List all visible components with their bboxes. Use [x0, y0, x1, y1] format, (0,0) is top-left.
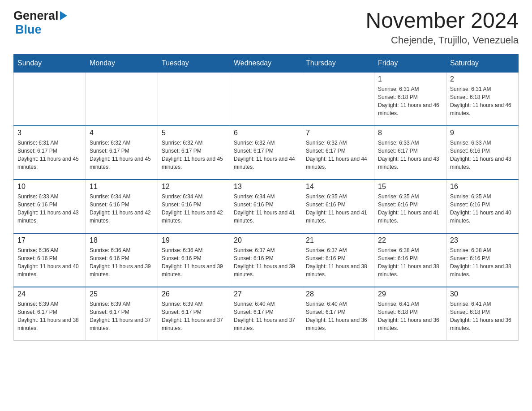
calendar-cell: 10Sunrise: 6:33 AM Sunset: 6:16 PM Dayli…: [14, 180, 86, 233]
day-info: Sunrise: 6:38 AM Sunset: 6:16 PM Dayligh…: [450, 246, 515, 278]
day-info: Sunrise: 6:40 AM Sunset: 6:17 PM Dayligh…: [234, 300, 298, 332]
calendar-cell: 9Sunrise: 6:33 AM Sunset: 6:16 PM Daylig…: [446, 126, 519, 180]
page-subtitle: Chejende, Trujillo, Venezuela: [365, 34, 519, 46]
day-number: 25: [90, 290, 154, 298]
day-info: Sunrise: 6:38 AM Sunset: 6:16 PM Dayligh…: [378, 246, 442, 278]
day-number: 18: [90, 236, 154, 244]
calendar-cell: 2Sunrise: 6:31 AM Sunset: 6:18 PM Daylig…: [446, 72, 519, 126]
day-info: Sunrise: 6:37 AM Sunset: 6:16 PM Dayligh…: [306, 246, 370, 278]
calendar-header-wednesday: Wednesday: [230, 54, 302, 72]
calendar-cell: 8Sunrise: 6:33 AM Sunset: 6:17 PM Daylig…: [374, 126, 446, 180]
day-number: 15: [378, 183, 442, 191]
day-number: 8: [378, 129, 442, 137]
day-number: 4: [90, 129, 154, 137]
calendar-cell: 18Sunrise: 6:36 AM Sunset: 6:16 PM Dayli…: [86, 233, 158, 287]
calendar-cell: 21Sunrise: 6:37 AM Sunset: 6:16 PM Dayli…: [302, 233, 374, 287]
day-number: 7: [306, 129, 370, 137]
logo-arrow-icon: [60, 11, 67, 22]
calendar-cell: 19Sunrise: 6:36 AM Sunset: 6:16 PM Dayli…: [158, 233, 230, 287]
day-info: Sunrise: 6:33 AM Sunset: 6:16 PM Dayligh…: [17, 193, 82, 225]
calendar-cell: 4Sunrise: 6:32 AM Sunset: 6:17 PM Daylig…: [86, 126, 158, 180]
day-info: Sunrise: 6:32 AM Sunset: 6:17 PM Dayligh…: [162, 139, 226, 171]
calendar-header-sunday: Sunday: [14, 54, 86, 72]
day-info: Sunrise: 6:39 AM Sunset: 6:17 PM Dayligh…: [17, 300, 82, 332]
calendar-header-tuesday: Tuesday: [158, 54, 230, 72]
day-number: 12: [162, 183, 226, 191]
calendar-cell: 14Sunrise: 6:35 AM Sunset: 6:16 PM Dayli…: [302, 180, 374, 233]
logo: General Blue: [13, 9, 67, 37]
day-number: 2: [450, 75, 515, 83]
calendar-header-thursday: Thursday: [302, 54, 374, 72]
calendar-week-row: 17Sunrise: 6:36 AM Sunset: 6:16 PM Dayli…: [14, 233, 519, 287]
logo-general-text: General: [13, 9, 59, 23]
day-info: Sunrise: 6:33 AM Sunset: 6:16 PM Dayligh…: [450, 139, 515, 171]
day-number: 11: [90, 183, 154, 191]
day-number: 28: [306, 290, 370, 298]
day-number: 10: [17, 183, 82, 191]
calendar-cell: 12Sunrise: 6:34 AM Sunset: 6:16 PM Dayli…: [158, 180, 230, 233]
calendar-cell: 16Sunrise: 6:35 AM Sunset: 6:16 PM Dayli…: [446, 180, 519, 233]
day-info: Sunrise: 6:37 AM Sunset: 6:16 PM Dayligh…: [234, 246, 298, 278]
day-info: Sunrise: 6:36 AM Sunset: 6:16 PM Dayligh…: [162, 246, 226, 278]
day-info: Sunrise: 6:33 AM Sunset: 6:17 PM Dayligh…: [378, 139, 442, 171]
calendar-cell: [14, 72, 86, 126]
calendar-week-row: 1Sunrise: 6:31 AM Sunset: 6:18 PM Daylig…: [14, 72, 519, 126]
calendar-cell: 11Sunrise: 6:34 AM Sunset: 6:16 PM Dayli…: [86, 180, 158, 233]
day-number: 17: [17, 236, 82, 244]
day-number: 9: [450, 129, 515, 137]
calendar-cell: 13Sunrise: 6:34 AM Sunset: 6:16 PM Dayli…: [230, 180, 302, 233]
calendar-header-monday: Monday: [86, 54, 158, 72]
calendar-cell: 6Sunrise: 6:32 AM Sunset: 6:17 PM Daylig…: [230, 126, 302, 180]
day-number: 14: [306, 183, 370, 191]
day-number: 27: [234, 290, 298, 298]
calendar-header-row: SundayMondayTuesdayWednesdayThursdayFrid…: [14, 54, 519, 72]
day-info: Sunrise: 6:40 AM Sunset: 6:17 PM Dayligh…: [306, 300, 370, 332]
day-number: 6: [234, 129, 298, 137]
day-info: Sunrise: 6:32 AM Sunset: 6:17 PM Dayligh…: [90, 139, 154, 171]
day-number: 26: [162, 290, 226, 298]
calendar-cell: 20Sunrise: 6:37 AM Sunset: 6:16 PM Dayli…: [230, 233, 302, 287]
calendar-cell: 26Sunrise: 6:39 AM Sunset: 6:17 PM Dayli…: [158, 287, 230, 341]
day-info: Sunrise: 6:34 AM Sunset: 6:16 PM Dayligh…: [162, 193, 226, 225]
calendar-cell: 17Sunrise: 6:36 AM Sunset: 6:16 PM Dayli…: [14, 233, 86, 287]
day-number: 3: [17, 129, 82, 137]
calendar-cell: 22Sunrise: 6:38 AM Sunset: 6:16 PM Dayli…: [374, 233, 446, 287]
logo-blue-text: Blue: [15, 23, 42, 37]
day-number: 22: [378, 236, 442, 244]
day-number: 13: [234, 183, 298, 191]
calendar-cell: 29Sunrise: 6:41 AM Sunset: 6:18 PM Dayli…: [374, 287, 446, 341]
calendar-cell: [158, 72, 230, 126]
calendar-cell: 7Sunrise: 6:32 AM Sunset: 6:17 PM Daylig…: [302, 126, 374, 180]
calendar-cell: 23Sunrise: 6:38 AM Sunset: 6:16 PM Dayli…: [446, 233, 519, 287]
calendar-week-row: 3Sunrise: 6:31 AM Sunset: 6:17 PM Daylig…: [14, 126, 519, 180]
day-number: 16: [450, 183, 515, 191]
calendar-cell: [86, 72, 158, 126]
calendar-cell: 15Sunrise: 6:35 AM Sunset: 6:16 PM Dayli…: [374, 180, 446, 233]
day-number: 1: [378, 75, 442, 83]
calendar-week-row: 24Sunrise: 6:39 AM Sunset: 6:17 PM Dayli…: [14, 287, 519, 341]
day-number: 23: [450, 236, 515, 244]
title-block: November 2024 Chejende, Trujillo, Venezu…: [365, 9, 519, 46]
day-info: Sunrise: 6:36 AM Sunset: 6:16 PM Dayligh…: [17, 246, 82, 278]
day-number: 29: [378, 290, 442, 298]
calendar-table: SundayMondayTuesdayWednesdayThursdayFrid…: [13, 54, 519, 341]
calendar-cell: 27Sunrise: 6:40 AM Sunset: 6:17 PM Dayli…: [230, 287, 302, 341]
day-number: 20: [234, 236, 298, 244]
day-number: 19: [162, 236, 226, 244]
calendar-cell: [230, 72, 302, 126]
calendar-cell: 5Sunrise: 6:32 AM Sunset: 6:17 PM Daylig…: [158, 126, 230, 180]
day-info: Sunrise: 6:31 AM Sunset: 6:18 PM Dayligh…: [378, 85, 442, 117]
day-info: Sunrise: 6:39 AM Sunset: 6:17 PM Dayligh…: [90, 300, 154, 332]
day-number: 5: [162, 129, 226, 137]
day-info: Sunrise: 6:32 AM Sunset: 6:17 PM Dayligh…: [234, 139, 298, 171]
day-number: 30: [450, 290, 515, 298]
day-info: Sunrise: 6:32 AM Sunset: 6:17 PM Dayligh…: [306, 139, 370, 171]
calendar-cell: 3Sunrise: 6:31 AM Sunset: 6:17 PM Daylig…: [14, 126, 86, 180]
calendar-cell: 28Sunrise: 6:40 AM Sunset: 6:17 PM Dayli…: [302, 287, 374, 341]
calendar-cell: 24Sunrise: 6:39 AM Sunset: 6:17 PM Dayli…: [14, 287, 86, 341]
day-info: Sunrise: 6:35 AM Sunset: 6:16 PM Dayligh…: [306, 193, 370, 225]
calendar-header-friday: Friday: [374, 54, 446, 72]
day-number: 24: [17, 290, 82, 298]
calendar-header-saturday: Saturday: [446, 54, 519, 72]
page-header: General Blue November 2024 Chejende, Tru…: [13, 9, 519, 46]
